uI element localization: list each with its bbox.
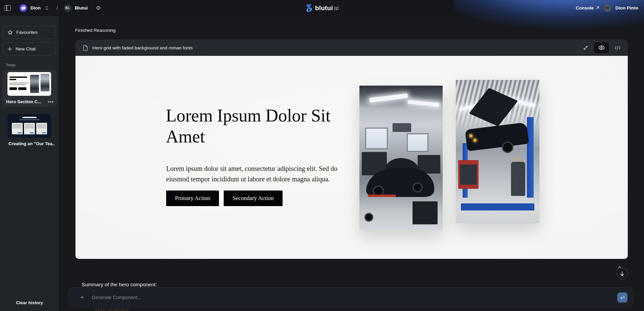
chat-options-icon[interactable]: ••• <box>48 99 54 104</box>
sidebar-toggle-icon[interactable] <box>4 5 11 11</box>
history-section-label: Today <box>6 63 59 67</box>
return-arrow-icon <box>620 295 625 299</box>
preview-toggle-button[interactable] <box>594 42 609 53</box>
hero-heading-line1: Lorem Ipsum Dolor Sit <box>166 106 331 125</box>
team-logo-shape <box>22 6 25 10</box>
chat-thumbnail <box>7 114 51 138</box>
console-link[interactable]: Console <box>576 5 599 10</box>
user-name[interactable]: Dion Pinto <box>616 5 639 10</box>
hero-heading-line2: Amet <box>166 127 205 146</box>
component-title: Hero grid with faded background and roma… <box>92 45 193 50</box>
settings-gear-icon[interactable]: ⚙ <box>96 5 101 11</box>
star-icon <box>7 30 13 35</box>
project-name[interactable]: Blutui <box>75 5 88 10</box>
favourites-label: Favourites <box>16 30 38 35</box>
chat-label: Creating an "Our Tea... <box>8 141 54 146</box>
sidebar: Favourites New Chat Today Hero Section C… <box>0 16 59 311</box>
reasoning-status[interactable]: Finished Reasoning <box>75 28 115 33</box>
logo-word: blutui <box>315 4 333 12</box>
document-icon <box>83 45 88 51</box>
favourites-button[interactable]: Favourites <box>3 26 56 39</box>
user-avatar[interactable]: DP <box>604 4 611 12</box>
component-card: Hero grid with faded background and roma… <box>75 40 628 259</box>
composer-bar: + <box>69 287 633 307</box>
new-chat-button[interactable]: New Chat <box>3 42 56 55</box>
hero-component-preview: Lorem Ipsum Dolor SitAmet Lorem ipsum do… <box>75 56 628 259</box>
external-link-arrow-icon <box>596 6 599 10</box>
breadcrumb-separator: / <box>57 5 58 11</box>
new-chat-label: New Chat <box>16 46 36 51</box>
expand-button[interactable] <box>579 42 592 53</box>
code-icon <box>615 46 621 50</box>
expand-icon <box>583 45 588 50</box>
arrow-down-icon <box>620 271 624 276</box>
hero-image-car-on-lift <box>456 80 539 223</box>
blutui-logo-icon <box>305 4 313 12</box>
hero-heading: Lorem Ipsum Dolor SitAmet <box>166 105 335 148</box>
app-logo: blutui ai <box>305 0 339 16</box>
code-view-button[interactable] <box>612 42 624 53</box>
chat-thumbnail <box>7 72 51 96</box>
clipped-code-text: text-gradient <box>95 307 129 311</box>
chat-item-hero-section[interactable]: Hero Section C... ••• <box>2 70 57 107</box>
main-content: Finished Reasoning Hero grid with faded … <box>59 16 644 311</box>
hero-primary-button[interactable]: Primary Action <box>166 191 219 206</box>
plus-icon <box>7 47 12 51</box>
generate-component-input[interactable] <box>92 295 617 300</box>
hero-image-sports-car-garage <box>359 86 443 230</box>
hero-secondary-button[interactable]: Secondary Action <box>224 191 282 206</box>
hero-body-text: Lorem ipsum dolor sit amet, consectetur … <box>166 163 353 184</box>
attach-plus-icon[interactable]: + <box>80 294 84 301</box>
eye-icon <box>598 45 605 50</box>
clear-history-button[interactable]: Clear history <box>0 300 59 305</box>
chat-label: Hero Section C... <box>6 99 41 104</box>
team-switcher-chevrons-icon[interactable] <box>45 6 48 10</box>
team-name[interactable]: Dion <box>30 5 41 10</box>
logo-suffix: ai <box>334 4 339 12</box>
project-avatar[interactable]: BL <box>64 4 71 12</box>
scroll-to-bottom-button[interactable] <box>616 268 628 279</box>
summary-text: Summary of the hero component: <box>82 282 157 287</box>
top-bar: Dion / BL Blutui ⚙ blutui ai Console DP <box>0 0 644 16</box>
send-button[interactable] <box>617 292 627 303</box>
chat-item-our-team[interactable]: Creating an "Our Tea... <box>2 112 57 148</box>
console-label: Console <box>576 5 594 10</box>
team-avatar[interactable] <box>20 4 27 12</box>
component-card-header: Hero grid with faded background and roma… <box>75 40 628 56</box>
